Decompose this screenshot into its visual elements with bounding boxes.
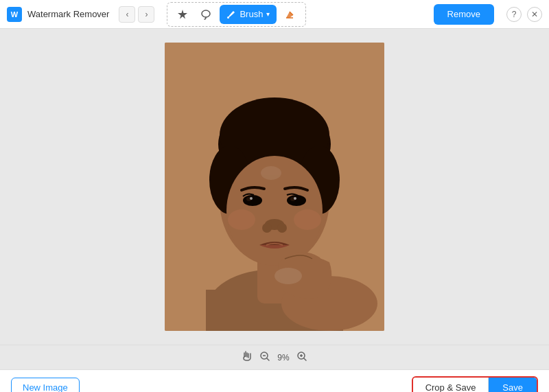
svg-point-22	[228, 209, 255, 230]
svg-point-17	[250, 197, 253, 200]
close-button[interactable]: ✕	[527, 7, 542, 22]
svg-point-14	[287, 195, 306, 206]
forward-button[interactable]: ›	[138, 6, 154, 23]
svg-point-26	[261, 166, 281, 180]
canvas-area	[0, 29, 549, 345]
svg-point-23	[294, 209, 321, 230]
svg-line-30	[267, 358, 269, 360]
eraser-tool-button[interactable]	[281, 5, 300, 24]
svg-point-27	[274, 268, 302, 284]
window-controls: ? ✕	[506, 7, 542, 22]
footer-bar: New Image Crop & Save Save	[0, 369, 549, 392]
crop-save-button[interactable]: Crop & Save	[413, 378, 489, 392]
back-button[interactable]: ‹	[119, 6, 135, 23]
footer-action-group: Crop & Save Save	[412, 376, 538, 392]
star-tool-button[interactable]	[173, 5, 192, 24]
zoom-in-icon[interactable]	[296, 351, 307, 364]
svg-point-1	[227, 16, 229, 19]
nav-buttons: ‹ ›	[119, 6, 154, 23]
new-image-button[interactable]: New Image	[11, 378, 80, 392]
remove-button[interactable]: Remove	[434, 4, 494, 25]
hand-tool-icon[interactable]	[242, 351, 253, 364]
svg-point-0	[202, 10, 210, 17]
lasso-tool-button[interactable]	[196, 5, 215, 24]
zoom-out-icon[interactable]	[259, 351, 270, 364]
brush-dropdown-icon: ▾	[266, 10, 270, 18]
svg-point-21	[277, 223, 287, 233]
app-title: Watermark Remover	[27, 9, 109, 19]
toolbar-tools: Brush ▾	[167, 2, 306, 27]
zoom-level: 9%	[277, 353, 289, 362]
brush-tool-button[interactable]: Brush ▾	[220, 5, 277, 24]
svg-point-18	[294, 197, 296, 200]
save-button[interactable]: Save	[489, 378, 537, 392]
help-button[interactable]: ?	[506, 7, 522, 22]
title-bar: W Watermark Remover ‹ › Brush ▾	[0, 0, 549, 29]
brush-label: Brush	[240, 9, 263, 19]
zoom-bar: 9%	[0, 345, 549, 369]
image-container	[165, 43, 384, 331]
app-icon: W	[7, 7, 22, 22]
svg-line-34	[304, 358, 306, 360]
svg-point-13	[243, 195, 262, 206]
svg-point-20	[262, 223, 272, 233]
